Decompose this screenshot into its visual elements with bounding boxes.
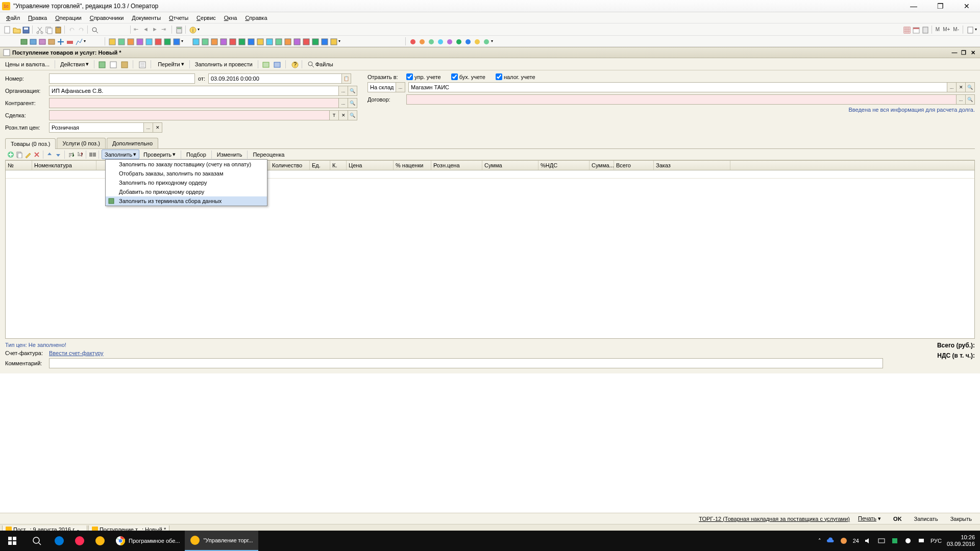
minimize-button[interactable]: — [906,1,921,11]
warehouse-select-button[interactable]: ... [947,82,957,92]
tb2-doc-icon-4[interactable] [144,37,153,45]
fill-post-button[interactable]: Заполнить и провести [193,60,255,68]
col-header-7[interactable]: Цена [347,161,394,170]
open-icon[interactable] [12,26,20,34]
tb2-right-icon-1[interactable] [418,37,426,45]
redo-icon[interactable] [77,26,85,34]
taskbar-app-1[interactable] [69,531,90,551]
tb2-action-icon-14[interactable] [320,37,328,45]
dt-icon-4[interactable] [138,60,146,68]
tray-app-icon[interactable] [840,537,848,545]
number-input[interactable] [49,73,195,84]
ok-button[interactable]: OK [889,515,906,523]
new-icon[interactable] [3,26,11,34]
deal-search-button[interactable]: 🔍 [348,110,357,120]
contract-input[interactable] [406,94,957,105]
sort-asc-icon[interactable] [67,151,75,158]
calc-icon[interactable] [175,26,183,34]
sort-desc-icon[interactable] [76,151,83,158]
tb2-icon-6[interactable] [65,37,74,45]
fill-dropdown-button[interactable]: Заполнить ▾ [102,149,139,159]
warehouse-clear-button[interactable]: ✕ [957,82,966,92]
taskbar-app-0[interactable] [49,531,69,551]
col-header-5[interactable]: Ед. [310,161,330,170]
menu-6[interactable]: Сервис [193,14,219,22]
move-up-icon[interactable] [46,151,53,158]
taskbar-app-3[interactable]: Программное обе... [110,531,185,551]
change-button[interactable]: Изменить [214,151,245,159]
date-input[interactable] [208,73,342,84]
tb2-icon-5[interactable] [56,37,64,45]
m-plus-button[interactable]: M+ [942,27,951,32]
col-header-8[interactable]: % наценки [394,161,431,170]
tb2-action-icon-8[interactable] [265,37,273,45]
doc-close-button[interactable]: ✕ [969,49,977,56]
invoice-link[interactable]: Ввести счет-фактуру [49,350,104,356]
tb2-doc-icon-6[interactable] [163,37,171,45]
tb2-action-icon-4[interactable] [228,37,236,45]
tb2-doc-icon-1[interactable] [117,37,125,45]
col-header-11[interactable]: %НДС [538,161,590,170]
tray-icon-1[interactable] [891,537,899,545]
m-button[interactable]: M [935,27,941,32]
debt-info-link[interactable]: Введена не вся информация для расчета до… [368,107,975,113]
deal-t-button[interactable]: T [330,110,339,120]
copy-icon[interactable] [44,26,53,34]
find-icon[interactable] [90,26,99,34]
counterparty-input[interactable] [49,98,339,108]
taskbar-app-4[interactable]: "Управление торг... [185,531,258,551]
retail-clear-button[interactable]: ✕ [153,122,162,133]
tb2-doc-icon-0[interactable] [108,37,116,45]
close-doc-button[interactable]: Закрыть [946,515,976,523]
tray-cloud-icon[interactable] [826,537,835,545]
price-type-link[interactable]: Тип цен: Не заполнено! [5,342,883,348]
tb2-action-icon-9[interactable] [274,37,282,45]
dropdown-item-3[interactable]: Добавить по приходному ордеру [106,187,267,196]
menu-0[interactable]: Файл [3,14,23,22]
org-input[interactable] [49,86,339,96]
retail-select-button[interactable]: ... [144,122,153,133]
copy-row-icon[interactable] [16,151,23,158]
tb2-action-icon-10[interactable] [283,37,291,45]
tb2-action-icon-5[interactable] [237,37,246,45]
delete-row-icon[interactable] [33,151,40,158]
menu-7[interactable]: Окна [221,14,240,22]
col-header-14[interactable]: Заказ [654,161,730,170]
dt-icon-5[interactable] [261,60,270,68]
tb2-right-icon-0[interactable] [408,37,416,45]
print-button[interactable]: Печать ▾ [854,514,885,523]
tray-lang[interactable]: РУС [930,538,942,544]
doc-restore-button[interactable]: ❐ [960,49,968,56]
dropdown-item-1[interactable]: Отобрать заказы, заполнить по заказам [106,169,267,178]
dropdown-item-2[interactable]: Заполнить по приходному ордеру [106,178,267,187]
menu-8[interactable]: Справка [242,14,270,22]
col-header-6[interactable]: К. [330,161,347,170]
tb2-action-icon-13[interactable] [311,37,319,45]
col-header-4[interactable]: Количество [270,161,310,170]
paste-icon[interactable] [54,26,62,34]
maximize-button[interactable]: ❐ [933,1,947,11]
m-minus-button[interactable]: M- [952,27,960,32]
tax-checkbox[interactable]: налог. учете [496,73,535,80]
warehouse-input[interactable] [408,82,947,92]
save-button[interactable]: Записать [910,515,942,523]
tb2-doc-icon-3[interactable] [135,37,143,45]
menu-4[interactable]: Документы [129,14,164,22]
tab-0[interactable]: Товары (0 поз.) [5,138,56,149]
tb2-action-icon-2[interactable] [210,37,218,45]
calc2-icon[interactable] [921,26,929,34]
col-header-0[interactable]: № [6,161,32,170]
edit-row-icon[interactable] [24,151,32,158]
tb2-right-icon-8[interactable] [482,37,490,45]
files-button[interactable]: Файлы [305,60,335,69]
nav-last-icon[interactable]: ⇥ [161,26,169,34]
tb2-action-icon-12[interactable] [302,37,310,45]
menu-5[interactable]: Отчеты [166,14,191,22]
col-header-12[interactable]: Сумма... [590,161,614,170]
dropdown-item-4[interactable]: Заполнить из терминала сбора данных [106,196,267,206]
doc-minimize-button[interactable]: — [950,49,959,56]
tb2-action-icon-0[interactable] [191,37,200,45]
org-select-button[interactable]: ... [339,86,348,96]
menu-3[interactable]: Справочники [87,14,127,22]
search-button[interactable] [24,531,49,551]
